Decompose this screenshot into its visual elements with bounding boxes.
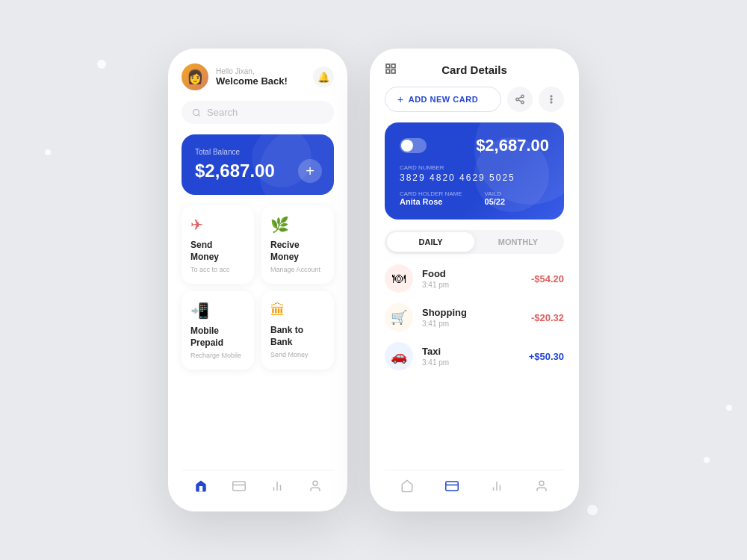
add-new-card-label: ADD NEW CARD (409, 95, 478, 104)
receive-money-sub: Manage Account (270, 266, 325, 273)
phone-right: Card Details + ADD NEW CARD (370, 49, 579, 511)
balance-card: Total Balance $2,687.00 + (182, 134, 334, 195)
svg-point-0 (193, 109, 199, 115)
wallet-icon-right (445, 479, 459, 493)
taxi-time: 3:41 pm (422, 358, 520, 367)
search-icon (192, 108, 201, 117)
card-holder-field: CARD HOLDER NAME Anita Rose (400, 190, 462, 206)
more-button[interactable] (539, 87, 564, 112)
tab-daily[interactable]: DAILY (387, 232, 474, 252)
card-details-header: Card Details (385, 63, 564, 76)
shopping-name: Shopping (422, 307, 522, 318)
service-mobile-prepaid[interactable]: 📲 MobilePrepaid Recharge Mobile (182, 291, 254, 370)
food-amount: -$54.20 (531, 273, 564, 284)
svg-rect-8 (386, 64, 390, 68)
share-icon (515, 94, 525, 105)
svg-rect-20 (446, 482, 459, 491)
bank-to-bank-title: Bank toBank (270, 325, 325, 348)
card-valid-field: VAILD 05/22 (485, 190, 506, 206)
phone-left: 👩 Hello Jixan, Welcome Back! 🔔 Search To… (168, 49, 347, 511)
notification-button[interactable]: 🔔 (313, 66, 334, 87)
chart-icon-right (490, 479, 503, 493)
svg-point-18 (551, 99, 552, 100)
plus-icon-add: + (397, 93, 404, 105)
nav-chart-right[interactable] (484, 476, 509, 500)
home-icon-right (400, 479, 414, 493)
shopping-icon: 🛒 (385, 303, 413, 332)
svg-line-16 (518, 97, 521, 99)
nav-profile-right[interactable] (529, 476, 554, 500)
bank-to-bank-sub: Send Money (270, 351, 325, 358)
shopping-amount: -$20.32 (531, 312, 564, 323)
service-bank-to-bank[interactable]: 🏛 Bank toBank Send Money (261, 291, 334, 370)
search-bar[interactable]: Search (182, 101, 334, 124)
card-toggle[interactable] (400, 138, 427, 153)
transaction-taxi: 🚗 Taxi 3:41 pm +$50.30 (385, 342, 564, 370)
svg-point-13 (516, 98, 519, 101)
send-money-title: SendMoney (190, 240, 245, 263)
card-holder-value: Anita Rose (400, 197, 462, 206)
nav-profile-left[interactable] (303, 476, 328, 500)
header-left: 👩 Hello Jixan, Welcome Back! (182, 63, 288, 90)
add-new-card-button[interactable]: + ADD NEW CARD (385, 87, 501, 112)
transactions-list: 🍽 Food 3:41 pm -$54.20 🛒 Shopping 3:41 p… (385, 264, 564, 459)
card-details-title: Card Details (441, 63, 507, 76)
receive-money-icon: 🌿 (270, 216, 325, 234)
avatar: 👩 (182, 63, 208, 90)
add-balance-button[interactable]: + (298, 159, 322, 183)
grid-icon (385, 63, 397, 75)
period-tabs: DAILY MONTHLY (385, 230, 564, 254)
send-money-icon: ✈ (190, 216, 245, 234)
bottom-nav-right (385, 470, 564, 500)
food-icon: 🍽 (385, 264, 413, 293)
grid-menu-button[interactable] (385, 63, 397, 78)
svg-line-1 (198, 114, 199, 116)
card-holder-label: CARD HOLDER NAME (400, 190, 462, 197)
transaction-food: 🍽 Food 3:41 pm -$54.20 (385, 264, 564, 293)
nav-wallet-left[interactable] (226, 476, 252, 500)
home-icon (194, 479, 208, 493)
profile-icon-left (309, 479, 322, 493)
taxi-icon: 🚗 (385, 342, 413, 370)
svg-point-12 (521, 95, 524, 98)
balance-amount: $2,687.00 (195, 161, 320, 181)
food-name: Food (422, 268, 522, 279)
send-money-sub: To acc to acc (190, 266, 245, 273)
svg-rect-2 (232, 482, 245, 491)
svg-point-25 (539, 481, 544, 485)
header-text: Hello Jixan, Welcome Back! (216, 67, 288, 87)
taxi-amount: +$50.30 (529, 351, 564, 362)
shopping-time: 3:41 pm (422, 320, 522, 328)
food-time: 3:41 pm (422, 281, 522, 289)
add-card-row: + ADD NEW CARD (385, 87, 564, 112)
svg-point-17 (551, 96, 552, 97)
nav-wallet-right[interactable] (439, 476, 465, 500)
receive-money-title: ReciveMoney (270, 240, 325, 263)
service-grid: ✈ SendMoney To acc to acc 🌿 ReciveMoney … (182, 205, 334, 370)
taxi-info: Taxi 3:41 pm (422, 346, 520, 367)
mobile-prepaid-icon: 📲 (190, 302, 245, 320)
share-button[interactable] (507, 87, 533, 112)
nav-chart-left[interactable] (264, 476, 290, 500)
tab-monthly[interactable]: MONTHLY (474, 232, 562, 252)
nav-home-right[interactable] (394, 476, 420, 500)
mobile-prepaid-sub: Recharge Mobile (190, 352, 245, 359)
service-receive-money[interactable]: 🌿 ReciveMoney Manage Account (261, 205, 334, 284)
svg-rect-10 (386, 69, 390, 73)
food-info: Food 3:41 pm (422, 268, 522, 289)
bottom-nav-left (182, 470, 334, 500)
wallet-icon-left (232, 479, 246, 493)
balance-label: Total Balance (195, 148, 320, 156)
nav-home-left[interactable] (188, 476, 214, 500)
svg-point-19 (551, 102, 552, 103)
card-top-row: $2,687.00 (400, 136, 549, 155)
svg-rect-11 (391, 69, 395, 73)
svg-point-7 (313, 481, 317, 485)
card-number-label: CARD NUMBER (400, 164, 549, 171)
card-number: 3829 4820 4629 5025 (400, 172, 549, 183)
service-send-money[interactable]: ✈ SendMoney To acc to acc (182, 205, 254, 284)
bank-to-bank-icon: 🏛 (270, 302, 325, 319)
svg-line-15 (518, 100, 521, 102)
header: 👩 Hello Jixan, Welcome Back! 🔔 (182, 63, 334, 90)
card-balance: $2,687.00 (476, 136, 549, 155)
